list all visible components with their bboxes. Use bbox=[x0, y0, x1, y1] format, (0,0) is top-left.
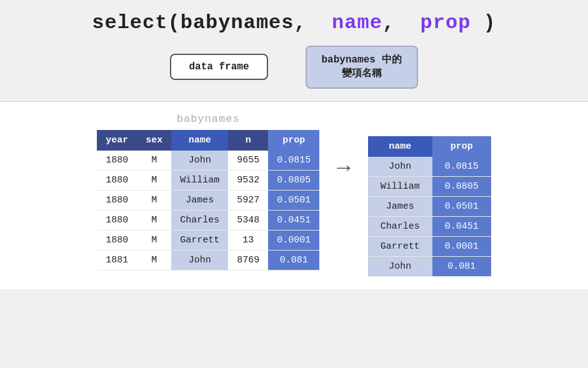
babynames-line1: babynames 中的 bbox=[322, 54, 402, 66]
table-row: 1880MCharles53480.0451 bbox=[97, 210, 319, 230]
table-row: Charles0.0451 bbox=[368, 216, 491, 236]
table-label: babynames bbox=[177, 113, 240, 125]
table-row: James0.0501 bbox=[368, 196, 491, 216]
babynames-line2: 變項名稱 bbox=[342, 68, 382, 79]
code-close: ) bbox=[471, 11, 496, 34]
table-row: 1881MJohn87690.081 bbox=[97, 250, 319, 270]
code-display: select(babynames, name, prop ) bbox=[12, 11, 576, 34]
table-row: 1880MWilliam95320.0805 bbox=[97, 170, 319, 190]
table-row: 1880MJohn96550.0815 bbox=[97, 151, 319, 171]
arrow-icon: → bbox=[337, 156, 351, 181]
code-select: select(babynames, bbox=[92, 11, 332, 34]
left-table-body: 1880MJohn96550.08151880MWilliam95320.080… bbox=[97, 151, 319, 271]
table-row: William0.0805 bbox=[368, 176, 491, 196]
left-table: year sex name n prop 1880MJohn96550.0815… bbox=[97, 130, 319, 271]
babynames-button[interactable]: babynames 中的 變項名稱 bbox=[306, 46, 418, 89]
table-row: John0.081 bbox=[368, 256, 491, 276]
code-name-keyword: name bbox=[332, 11, 382, 34]
right-table-header-row: name prop bbox=[368, 136, 491, 157]
bottom-section: babynames year sex name n prop 1880MJohn… bbox=[0, 102, 588, 289]
left-col-prop-header: prop bbox=[268, 130, 319, 151]
left-col-n-header: n bbox=[228, 130, 268, 151]
left-table-container: babynames year sex name n prop 1880MJohn… bbox=[97, 113, 319, 271]
arrow-container: → bbox=[319, 156, 368, 181]
table-row: John0.0815 bbox=[368, 157, 491, 177]
left-col-year-header: year bbox=[97, 130, 137, 151]
code-prop-keyword: prop bbox=[421, 11, 471, 34]
buttons-row: data frame babynames 中的 變項名稱 bbox=[12, 46, 576, 89]
table-row: Garrett0.0001 bbox=[368, 236, 491, 256]
dataframe-button[interactable]: data frame bbox=[170, 54, 267, 80]
right-table: name prop John0.0815William0.0805James0.… bbox=[368, 136, 491, 277]
table-row: 1880MJames59270.0501 bbox=[97, 190, 319, 210]
left-col-name-header: name bbox=[171, 130, 228, 151]
table-row: 1880MGarrett130.0001 bbox=[97, 230, 319, 250]
right-col-name-header: name bbox=[368, 136, 432, 157]
top-section: select(babynames, name, prop ) data fram… bbox=[0, 0, 588, 102]
left-col-sex-header: sex bbox=[137, 130, 171, 151]
right-table-body: John0.0815William0.0805James0.0501Charle… bbox=[368, 157, 491, 277]
code-comma: , bbox=[382, 11, 421, 34]
left-table-header-row: year sex name n prop bbox=[97, 130, 319, 151]
right-col-prop-header: prop bbox=[432, 136, 491, 157]
right-table-container: name prop John0.0815William0.0805James0.… bbox=[368, 113, 491, 277]
